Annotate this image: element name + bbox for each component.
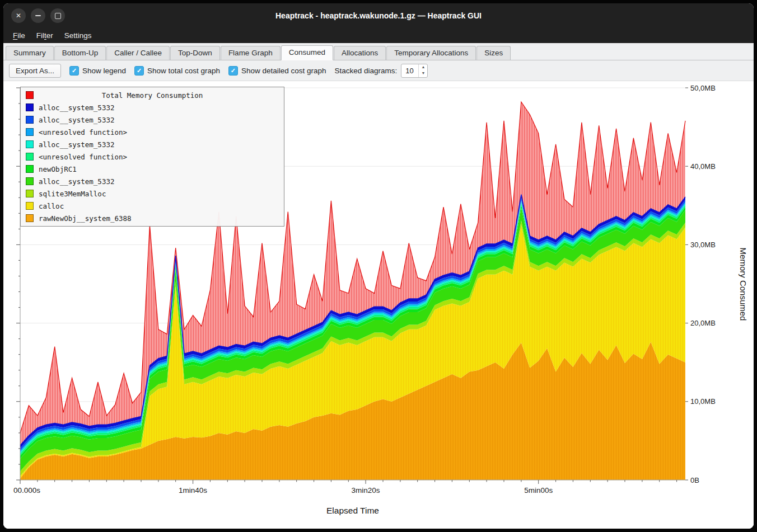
color-swatch-icon (26, 165, 34, 173)
checkbox-label: Show legend (82, 67, 126, 75)
legend-title-row: Total Memory Consumption (21, 89, 284, 101)
legend-entry-label: rawNewObj__system_6388 (39, 214, 132, 223)
y-tick-label: 20,0MB (690, 319, 716, 327)
export-as-button[interactable]: Export As... (9, 64, 61, 78)
chart-area: 0B10,0MB20,0MB30,0MB40,0MB50,0MB00.000s1… (3, 81, 754, 529)
minimize-icon (35, 15, 41, 16)
x-tick-label: 5min00s (524, 486, 553, 495)
x-tick-label: 3min20s (352, 486, 380, 495)
legend-entry: newObjRC1 (21, 163, 284, 175)
legend-entry-label: alloc__system_5332 (39, 140, 114, 149)
checkbox-show-detailed-cost-graph[interactable]: ✓Show detailed cost graph (228, 66, 326, 76)
legend-entry: alloc__system_5332 (21, 114, 284, 126)
color-swatch-icon (26, 202, 34, 210)
color-swatch-icon (26, 153, 34, 161)
spinbox-arrows: ▲▼ (418, 64, 427, 77)
y-tick-label: 0B (690, 476, 699, 484)
stacked-diagrams-spinbox[interactable]: 10 ▲▼ (401, 64, 428, 78)
spinbox-value: 10 (401, 64, 418, 77)
legend-entry: calloc (21, 200, 284, 212)
tab-flame-graph[interactable]: Flame Graph (221, 46, 281, 60)
tab-caller-callee[interactable]: Caller / Callee (106, 46, 170, 60)
x-axis-title: Elapsed Time (326, 506, 379, 515)
color-swatch-icon (26, 103, 34, 111)
maximize-icon (55, 13, 61, 19)
tab-temporary-allocations[interactable]: Temporary Allocations (386, 46, 476, 60)
legend-entry-label: <unresolved function> (39, 153, 127, 161)
menu-file[interactable]: File (8, 30, 30, 41)
legend-entry: sqlite3MemMalloc (21, 187, 284, 200)
close-icon: ✕ (16, 12, 21, 20)
legend-entry-label: alloc__system_5332 (39, 103, 114, 112)
legend-entry-label: sqlite3MemMalloc (39, 190, 106, 198)
color-swatch-icon (26, 214, 34, 222)
checkbox-show-total-cost-graph[interactable]: ✓Show total cost graph (134, 66, 220, 76)
stacked-diagrams-label: Stacked diagrams: (335, 67, 398, 75)
legend-entry: rawNewObj__system_6388 (21, 212, 284, 224)
legend-title: Total Memory Consumption (102, 91, 203, 100)
toolbar: Export As... ✓Show legend✓Show total cos… (3, 60, 754, 81)
tab-allocations[interactable]: Allocations (334, 46, 386, 60)
legend-entry: <unresolved function> (21, 150, 284, 163)
checkbox-checked-icon: ✓ (228, 66, 238, 76)
chart-legend: Total Memory Consumptionalloc__system_53… (20, 87, 284, 227)
color-swatch-icon (26, 190, 34, 197)
app-window: ✕ Heaptrack - heaptrack.wakunode.1.gz — … (3, 3, 754, 529)
tab-bottom-up[interactable]: Bottom-Up (54, 46, 106, 60)
color-swatch-icon (26, 91, 34, 99)
legend-entry: alloc__system_5332 (21, 138, 284, 150)
menubar: FileFilterSettings (3, 28, 754, 43)
y-tick-label: 10,0MB (690, 397, 716, 406)
tab-top-down[interactable]: Top-Down (170, 46, 220, 60)
checkbox-label: Show total cost graph (147, 67, 220, 75)
checkbox-show-legend[interactable]: ✓Show legend (69, 66, 126, 76)
menu-filter[interactable]: Filter (31, 30, 58, 41)
color-swatch-icon (26, 116, 34, 124)
minimize-button[interactable] (31, 8, 45, 23)
legend-entry: alloc__system_5332 (21, 175, 284, 187)
tab-sizes[interactable]: Sizes (476, 46, 511, 60)
y-tick-label: 30,0MB (690, 241, 716, 249)
tab-summary[interactable]: Summary (6, 46, 54, 60)
y-tick-label: 40,0MB (690, 162, 716, 171)
legend-entry: <unresolved function> (21, 126, 284, 138)
checkbox-label: Show detailed cost graph (241, 67, 326, 75)
checkbox-group: ✓Show legend✓Show total cost graph✓Show … (69, 66, 326, 76)
y-tick-label: 50,0MB (690, 84, 716, 92)
checkbox-checked-icon: ✓ (134, 66, 144, 76)
titlebar: ✕ Heaptrack - heaptrack.wakunode.1.gz — … (3, 3, 754, 28)
legend-entry-label: alloc__system_5332 (39, 177, 114, 186)
x-tick-label: 00.000s (13, 486, 40, 495)
legend-entry-label: calloc (39, 202, 64, 210)
legend-entry-label: newObjRC1 (39, 165, 77, 173)
spin-down-icon[interactable]: ▼ (419, 70, 427, 77)
checkbox-checked-icon: ✓ (69, 66, 79, 76)
tab-bar: SummaryBottom-UpCaller / CalleeTop-DownF… (3, 43, 754, 60)
color-swatch-icon (26, 140, 34, 148)
color-swatch-icon (26, 177, 34, 185)
legend-entry-label: alloc__system_5332 (39, 116, 114, 124)
legend-entry-label: <unresolved function> (39, 128, 127, 136)
legend-entry: alloc__system_5332 (21, 101, 284, 114)
x-tick-label: 1min40s (179, 486, 207, 495)
menu-settings[interactable]: Settings (59, 30, 97, 41)
color-swatch-icon (26, 128, 34, 136)
tab-consumed[interactable]: Consumed (281, 45, 333, 60)
y-axis-title: Memory Consumed (739, 248, 748, 321)
close-button[interactable]: ✕ (11, 8, 26, 23)
window-controls: ✕ (11, 3, 65, 28)
screen: ✕ Heaptrack - heaptrack.wakunode.1.gz — … (0, 0, 757, 532)
spin-up-icon[interactable]: ▲ (419, 64, 427, 71)
maximize-button[interactable] (50, 8, 65, 23)
window-title: Heaptrack - heaptrack.wakunode.1.gz — He… (275, 11, 482, 20)
stacked-diagrams: Stacked diagrams: 10 ▲▼ (335, 64, 428, 78)
